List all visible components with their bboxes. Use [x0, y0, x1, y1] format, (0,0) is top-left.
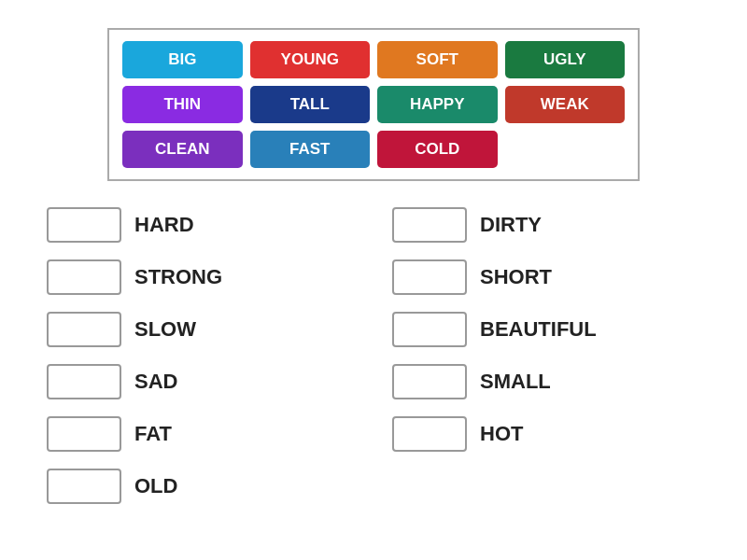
word-label-sad: SAD	[134, 370, 177, 394]
word-label-beautiful: BEAUTIFUL	[480, 317, 597, 342]
match-row-left-fat: FAT	[47, 416, 355, 452]
tile-big[interactable]: BIG	[122, 41, 243, 78]
drop-box-slow[interactable]	[47, 312, 121, 347]
match-row-left-sad: SAD	[47, 364, 355, 399]
drop-box-hard[interactable]	[47, 207, 121, 243]
tile-cold[interactable]: COLD	[377, 131, 498, 168]
match-row-left-old: OLD	[47, 469, 355, 504]
drop-box-beautiful[interactable]	[392, 312, 467, 347]
tile-weak[interactable]: WEAK	[505, 86, 626, 123]
word-label-fat: FAT	[134, 422, 172, 446]
word-label-slow: SLOW	[134, 317, 196, 342]
tile-young[interactable]: YOUNG	[250, 41, 371, 78]
tile-happy[interactable]: HAPPY	[377, 86, 498, 123]
drop-box-dirty[interactable]	[392, 207, 467, 243]
drop-box-old[interactable]	[47, 469, 121, 504]
drop-box-hot[interactable]	[392, 416, 467, 452]
tile-soft[interactable]: SOFT	[377, 41, 498, 78]
match-row-left-slow: SLOW	[47, 312, 355, 347]
drop-box-short[interactable]	[392, 259, 467, 295]
match-row-left-hard: HARD	[47, 207, 355, 243]
tile-thin[interactable]: THIN	[122, 86, 243, 123]
match-row-right-dirty: DIRTY	[392, 207, 700, 243]
drop-box-fat[interactable]	[47, 416, 121, 452]
word-label-hot: HOT	[480, 422, 523, 446]
drop-box-sad[interactable]	[47, 364, 121, 399]
word-label-hard: HARD	[134, 213, 194, 237]
word-label-dirty: DIRTY	[480, 213, 542, 237]
word-label-strong: STRONG	[134, 265, 222, 289]
tile-clean[interactable]: CLEAN	[122, 131, 243, 168]
match-row-right-small: SMALL	[392, 364, 700, 399]
word-label-old: OLD	[134, 474, 177, 498]
tile-ugly[interactable]: UGLY	[505, 41, 626, 78]
match-row-right-beautiful: BEAUTIFUL	[392, 312, 700, 347]
match-section: HARDDIRTYSTRONGSHORTSLOWBEAUTIFULSADSMAL…	[47, 207, 700, 504]
match-row-right-hot: HOT	[392, 416, 700, 452]
tiles-container: BIGYOUNGSOFTUGLYTHINTALLHAPPYWEAKCLEANFA…	[107, 28, 640, 181]
match-row-right-short: SHORT	[392, 259, 700, 295]
match-row-left-strong: STRONG	[47, 259, 355, 295]
word-label-short: SHORT	[480, 265, 552, 289]
tile-fast[interactable]: FAST	[250, 131, 371, 168]
drop-box-strong[interactable]	[47, 259, 121, 295]
word-label-small: SMALL	[480, 370, 551, 394]
drop-box-small[interactable]	[392, 364, 467, 399]
tile-tall[interactable]: TALL	[250, 86, 371, 123]
